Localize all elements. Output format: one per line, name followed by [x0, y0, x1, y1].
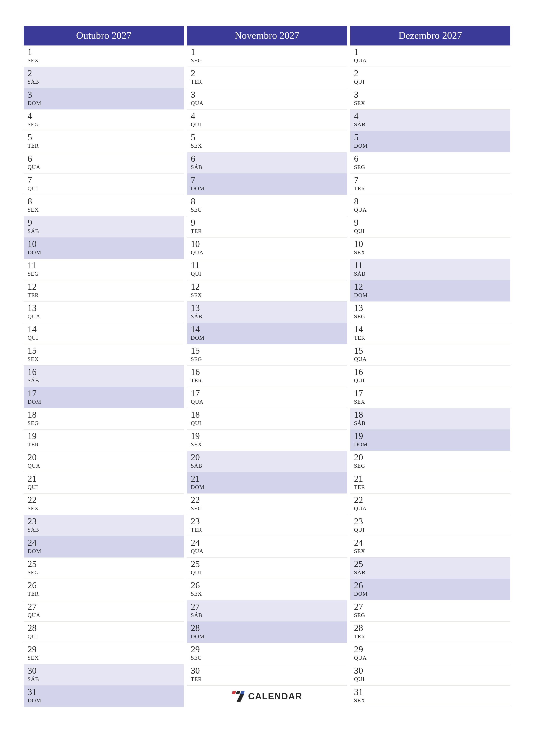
- day-cell: 15SEX: [24, 344, 184, 365]
- day-of-week-label: QUA: [354, 505, 510, 512]
- day-cell: 3SEX: [350, 88, 510, 109]
- day-of-week-label: SÁB: [191, 612, 347, 618]
- day-of-week-label: SEX: [354, 100, 510, 106]
- day-cell: 11SÁB: [350, 259, 510, 280]
- day-of-week-label: TER: [354, 484, 510, 491]
- day-number: 24: [191, 538, 347, 548]
- day-cell: 4QUI: [187, 109, 347, 131]
- day-number: 26: [354, 580, 510, 590]
- day-cell: 25SEG: [24, 557, 184, 579]
- day-number: 6: [191, 154, 347, 164]
- day-cell: 7QUI: [24, 174, 184, 195]
- day-cell: 18SÁB: [350, 408, 510, 429]
- day-number: 13: [191, 303, 347, 313]
- day-cell: 27SEG: [350, 600, 510, 622]
- day-cell: 5TER: [24, 131, 184, 152]
- day-number: 10: [28, 239, 184, 249]
- day-number: 24: [354, 538, 510, 548]
- day-of-week-label: DOM: [191, 335, 347, 341]
- day-cell: 5SEX: [187, 131, 347, 152]
- day-number: 4: [191, 111, 347, 121]
- day-of-week-label: SEG: [191, 207, 347, 213]
- day-cell: 22SEG: [187, 494, 347, 515]
- day-number: 1: [28, 47, 184, 57]
- day-cell: 9QUI: [350, 216, 510, 237]
- day-cell: 17QUA: [187, 387, 347, 408]
- day-number: 1: [354, 47, 510, 57]
- day-of-week-label: DOM: [28, 697, 184, 704]
- day-cell: 22SEX: [24, 494, 184, 515]
- day-cell: 30QUI: [350, 664, 510, 686]
- day-number: 12: [28, 282, 184, 292]
- day-number: 17: [28, 389, 184, 398]
- day-cell: 4SEG: [24, 109, 184, 131]
- day-of-week-label: SEX: [354, 548, 510, 554]
- day-number: 23: [28, 517, 184, 526]
- day-of-week-label: SEG: [28, 121, 184, 128]
- day-of-week-label: QUA: [28, 164, 184, 171]
- day-number: 25: [28, 559, 184, 569]
- day-of-week-label: QUA: [28, 463, 184, 469]
- day-of-week-label: DOM: [354, 441, 510, 448]
- day-number: 16: [28, 367, 184, 377]
- day-of-week-label: SEX: [28, 655, 184, 661]
- day-number: 29: [28, 645, 184, 654]
- day-of-week-label: SEG: [28, 569, 184, 576]
- day-of-week-label: SÁB: [28, 527, 184, 533]
- day-cell: 24DOM: [24, 536, 184, 557]
- day-cell: 23SÁB: [24, 515, 184, 536]
- day-of-week-label: SEG: [354, 463, 510, 469]
- day-of-week-label: TER: [191, 228, 347, 234]
- day-of-week-label: SEX: [191, 591, 347, 597]
- day-cell: 8QUA: [350, 195, 510, 216]
- day-of-week-label: SEX: [28, 57, 184, 64]
- month-column: Novembro 20271SEG2TER3QUA4QUI5SEX6SÁB7DO…: [187, 26, 347, 707]
- day-cell: 19DOM: [350, 429, 510, 451]
- day-of-week-label: QUI: [28, 484, 184, 491]
- day-number: 3: [354, 90, 510, 99]
- day-of-week-label: TER: [354, 335, 510, 341]
- day-of-week-label: SÁB: [354, 121, 510, 128]
- day-number: 23: [191, 517, 347, 526]
- day-of-week-label: TER: [191, 377, 347, 384]
- day-of-week-label: SÁB: [191, 313, 347, 320]
- day-number: 18: [191, 410, 347, 419]
- day-cell: 13SÁB: [187, 302, 347, 323]
- day-cell: 16QUI: [350, 365, 510, 387]
- day-number: 4: [28, 111, 184, 121]
- day-of-week-label: SÁB: [191, 164, 347, 171]
- day-cell: 7TER: [350, 174, 510, 195]
- day-number: 25: [191, 559, 347, 569]
- day-cell: 30SÁB: [24, 664, 184, 686]
- day-of-week-label: QUA: [28, 612, 184, 618]
- day-of-week-label: SEX: [354, 249, 510, 256]
- day-number: 27: [354, 602, 510, 611]
- day-number: 9: [28, 218, 184, 228]
- day-cell: 14QUI: [24, 323, 184, 344]
- day-number: 8: [354, 197, 510, 206]
- day-cell: 27SÁB: [187, 600, 347, 622]
- day-number: 3: [28, 90, 184, 99]
- day-cell: 10SEX: [350, 237, 510, 259]
- day-number: 6: [354, 154, 510, 164]
- day-of-week-label: DOM: [28, 100, 184, 106]
- day-cell: 2QUI: [350, 67, 510, 88]
- day-of-week-label: TER: [191, 676, 347, 683]
- day-number: 14: [28, 325, 184, 334]
- day-of-week-label: QUI: [354, 79, 510, 85]
- day-of-week-label: SEG: [354, 612, 510, 618]
- day-cell: 23TER: [187, 515, 347, 536]
- day-cell: 13QUA: [24, 302, 184, 323]
- day-number: 18: [354, 410, 510, 419]
- day-number: 15: [28, 346, 184, 356]
- day-cell: 9SÁB: [24, 216, 184, 237]
- day-cell: 1SEG: [187, 45, 347, 67]
- day-cell: 4SÁB: [350, 109, 510, 131]
- day-cell: 29SEX: [24, 643, 184, 664]
- day-of-week-label: QUA: [191, 249, 347, 256]
- day-cell: 31DOM: [24, 686, 184, 707]
- day-cell: 2SÁB: [24, 67, 184, 88]
- day-of-week-label: QUI: [191, 420, 347, 426]
- day-cell: 7DOM: [187, 174, 347, 195]
- day-cell: 8SEX: [24, 195, 184, 216]
